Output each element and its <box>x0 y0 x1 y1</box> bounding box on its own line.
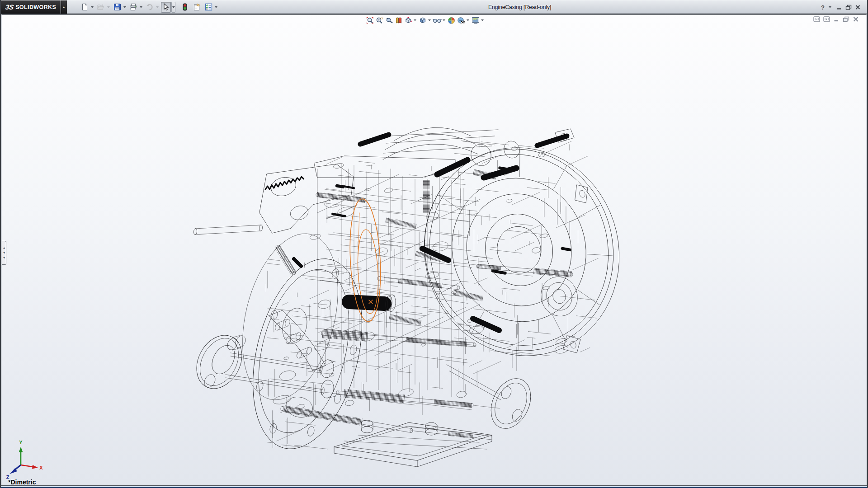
dassault-3s-logo-icon: 3S <box>5 3 14 11</box>
restore-icon <box>845 5 852 10</box>
apply-scene-icon <box>457 17 465 24</box>
document-close-button[interactable] <box>853 16 859 22</box>
solidworks-window: 3S SOLIDWORKS ▸ <box>0 0 868 488</box>
previous-view-button[interactable] <box>384 16 394 25</box>
options-checklist-icon <box>205 3 212 11</box>
feature-tree-collapsed-tab[interactable]: ◂ ◂ ◂ <box>2 241 6 265</box>
heads-up-view-toolbar <box>365 15 485 25</box>
select-dropdown[interactable] <box>171 2 175 13</box>
view-orientation-button[interactable] <box>403 16 413 25</box>
previous-view-icon <box>385 17 393 24</box>
triad-x-label: X <box>39 465 43 470</box>
model-wireframe <box>2 14 866 485</box>
restore-button[interactable] <box>845 5 852 10</box>
view-orientation-icon <box>404 16 412 24</box>
display-style-dropdown[interactable] <box>427 16 431 25</box>
open-button[interactable] <box>96 2 106 13</box>
options-dropdown[interactable] <box>214 2 218 12</box>
appearance-ball-icon <box>448 17 455 24</box>
help-dropdown[interactable] <box>828 2 832 12</box>
engine-casing-model <box>2 14 866 485</box>
triad-y-label: Y <box>19 440 23 445</box>
window-controls: ? <box>821 2 861 12</box>
orientation-triad: Y X Z <box>3 439 46 482</box>
document-restore-icon <box>843 16 849 22</box>
view-settings-icon <box>472 17 480 24</box>
minimize-button[interactable] <box>836 5 842 10</box>
new-document-button[interactable] <box>80 2 90 13</box>
options-button[interactable] <box>203 2 213 13</box>
rebuild-traffic-light-button[interactable] <box>180 2 190 13</box>
document-window-controls <box>813 16 859 22</box>
document-minimize-button[interactable] <box>833 16 840 22</box>
traffic-light-icon <box>183 3 187 11</box>
brand-name: SOLIDWORKS <box>15 4 56 10</box>
edit-appearance-button[interactable] <box>447 16 456 25</box>
undo-dropdown[interactable] <box>155 2 159 12</box>
collapse-arrow-icon: ◂ <box>3 246 5 251</box>
file-properties-icon <box>193 3 201 11</box>
window-title: EngineCasing [Read-only] <box>488 4 551 10</box>
new-document-icon <box>81 3 89 11</box>
save-dropdown[interactable] <box>123 2 127 12</box>
help-button[interactable]: ? <box>821 4 825 11</box>
document-restore-button[interactable] <box>843 16 849 22</box>
menu-expand-tab[interactable]: ▸ <box>61 0 67 14</box>
document-close-icon <box>853 16 859 22</box>
solidworks-logo: 3S SOLIDWORKS <box>1 0 61 14</box>
save-floppy-icon <box>113 3 121 11</box>
view-settings-button[interactable] <box>471 16 480 25</box>
hide-show-items-dropdown[interactable] <box>442 16 446 25</box>
zoom-to-fit-icon <box>366 17 374 24</box>
open-folder-icon <box>97 4 105 11</box>
zoom-to-area-button[interactable] <box>375 16 384 25</box>
view-orientation-label: *Dimetric <box>8 479 36 485</box>
status-bar <box>1 485 867 488</box>
print-button[interactable] <box>128 2 138 13</box>
section-view-button[interactable] <box>394 16 403 25</box>
title-bar: 3S SOLIDWORKS ▸ <box>1 0 867 14</box>
view-settings-dropdown[interactable] <box>480 16 484 25</box>
collapse-arrow-icon: ◂ <box>3 255 5 260</box>
zoom-to-area-icon <box>376 17 383 24</box>
collapse-arrow-icon: ◂ <box>3 250 5 255</box>
hide-show-items-button[interactable] <box>432 16 442 25</box>
apply-scene-dropdown[interactable] <box>466 16 470 25</box>
minimize-icon <box>836 5 842 10</box>
view-orientation-dropdown[interactable] <box>413 16 417 25</box>
collapse-right-pane-icon <box>823 16 830 22</box>
file-properties-button[interactable] <box>192 2 202 13</box>
close-button[interactable] <box>855 5 861 10</box>
display-style-icon <box>419 16 427 24</box>
document-minimize-icon <box>833 16 840 22</box>
collapse-left-pane-button[interactable] <box>813 16 820 22</box>
open-dropdown[interactable] <box>106 2 110 12</box>
collapse-right-pane-button[interactable] <box>823 16 830 22</box>
select-arrow-icon <box>163 3 169 11</box>
section-view-icon <box>395 17 402 24</box>
undo-icon <box>146 4 154 11</box>
eyeglasses-icon <box>433 17 442 23</box>
zoom-to-fit-button[interactable] <box>365 16 375 25</box>
close-icon <box>855 5 861 10</box>
print-dropdown[interactable] <box>139 2 143 12</box>
graphics-area[interactable]: ◂ ◂ ◂ Y X Z *Dimetric <box>2 14 866 485</box>
collapse-left-pane-icon <box>813 16 820 22</box>
select-button[interactable] <box>161 2 171 13</box>
standard-toolbar <box>80 2 219 13</box>
apply-scene-button[interactable] <box>456 16 466 25</box>
save-button[interactable] <box>112 2 122 13</box>
new-document-dropdown[interactable] <box>90 2 94 12</box>
undo-button[interactable] <box>145 2 155 13</box>
display-style-button[interactable] <box>418 16 427 25</box>
print-icon <box>129 3 137 11</box>
